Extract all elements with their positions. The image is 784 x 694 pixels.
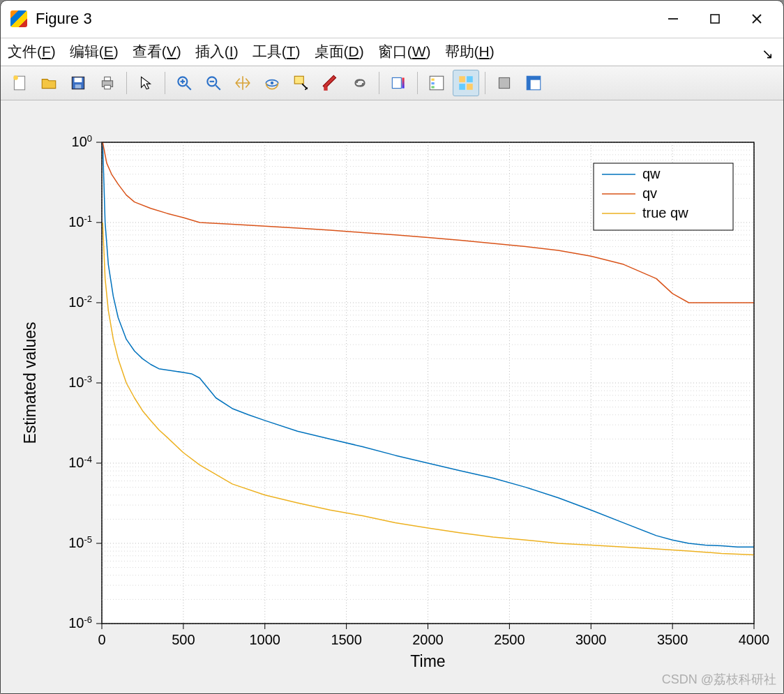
svg-rect-21 [294, 76, 303, 84]
svg-text:10-3: 10-3 [68, 374, 92, 391]
svg-point-5 [13, 75, 17, 80]
svg-rect-23 [392, 78, 401, 89]
matlab-icon [10, 10, 27, 27]
svg-text:10-2: 10-2 [68, 294, 92, 310]
new-figure-icon[interactable] [6, 70, 33, 96]
svg-text:qv: qv [642, 186, 657, 201]
save-icon[interactable] [65, 70, 91, 96]
plot-tools-icon[interactable] [453, 70, 479, 96]
insert-legend-icon[interactable] [423, 70, 450, 96]
svg-text:1000: 1000 [250, 632, 281, 647]
svg-rect-26 [431, 79, 434, 81]
svg-text:100: 100 [72, 133, 92, 150]
svg-rect-31 [459, 84, 465, 90]
pan-icon[interactable] [229, 70, 256, 96]
svg-text:true qw: true qw [642, 205, 688, 220]
svg-text:Time: Time [410, 652, 445, 670]
print-icon[interactable] [94, 70, 121, 96]
dock-icon[interactable]: ↘ [762, 45, 774, 62]
open-icon[interactable] [36, 70, 62, 96]
svg-line-13 [186, 85, 191, 90]
colorbar-icon[interactable] [385, 70, 412, 96]
title-bar[interactable]: Figure 3 [1, 1, 783, 38]
zoom-out-icon[interactable] [200, 70, 227, 96]
svg-text:2000: 2000 [412, 632, 444, 647]
menu-edit[interactable]: 编辑(E) [70, 42, 119, 61]
svg-text:Estimated values: Estimated values [21, 322, 39, 444]
menu-bar: 文件(F) 编辑(E) 查看(V) 插入(I) 工具(T) 桌面(D) 窗口(W… [1, 38, 783, 66]
svg-text:10-5: 10-5 [68, 534, 92, 551]
minimize-button[interactable] [652, 5, 694, 33]
svg-text:10-6: 10-6 [68, 614, 92, 631]
svg-text:500: 500 [172, 632, 195, 647]
svg-rect-22 [324, 87, 327, 91]
svg-text:10-1: 10-1 [68, 213, 92, 230]
menu-view[interactable]: 查看(V) [133, 42, 181, 61]
maximize-button[interactable] [694, 5, 736, 33]
svg-point-20 [271, 82, 273, 84]
svg-rect-30 [467, 76, 473, 82]
svg-rect-1 [711, 15, 719, 23]
svg-text:qw: qw [642, 166, 661, 181]
svg-text:2500: 2500 [494, 632, 525, 647]
svg-rect-7 [75, 78, 82, 83]
svg-text:3500: 3500 [657, 632, 688, 647]
figure-window: Figure 3 文件(F) 编辑(E) 查看(V) 插入(I) 工具(T) 桌… [0, 0, 784, 694]
menu-desktop[interactable]: 桌面(D) [315, 42, 364, 61]
brush-icon[interactable] [317, 70, 344, 96]
menu-file[interactable]: 文件(F) [8, 42, 56, 61]
svg-line-17 [216, 85, 220, 90]
close-button[interactable] [736, 5, 778, 33]
hide-tools-icon[interactable] [491, 70, 518, 96]
data-cursor-icon[interactable] [288, 70, 315, 96]
menu-insert[interactable]: 插入(I) [195, 42, 239, 61]
menu-window[interactable]: 窗口(W) [378, 42, 431, 61]
toolbar [1, 66, 783, 100]
svg-rect-11 [105, 85, 111, 89]
svg-rect-33 [499, 78, 509, 89]
pointer-icon[interactable] [133, 70, 159, 96]
rotate-3d-icon[interactable] [259, 70, 285, 96]
watermark: CSDN @荔枝科研社 [662, 671, 776, 688]
svg-rect-32 [467, 84, 473, 90]
link-icon[interactable] [347, 70, 373, 96]
show-plot-tools-icon[interactable] [520, 70, 547, 96]
svg-text:1500: 1500 [331, 632, 362, 647]
window-title: Figure 3 [36, 10, 92, 28]
svg-rect-28 [431, 86, 434, 89]
menu-help[interactable]: 帮助(H) [445, 42, 495, 61]
svg-rect-8 [75, 84, 82, 88]
svg-rect-29 [459, 76, 465, 82]
svg-text:4000: 4000 [739, 632, 770, 647]
zoom-in-icon[interactable] [171, 70, 197, 96]
svg-text:10-4: 10-4 [68, 454, 92, 471]
axes[interactable]: 10010-110-210-310-410-510-60500100015002… [1, 100, 784, 693]
svg-rect-27 [431, 82, 434, 84]
figure-canvas[interactable]: 10010-110-210-310-410-510-60500100015002… [1, 100, 783, 693]
menu-tools[interactable]: 工具(T) [252, 42, 301, 61]
svg-rect-10 [105, 77, 111, 81]
svg-rect-24 [402, 78, 404, 89]
svg-text:0: 0 [98, 632, 105, 647]
svg-text:3000: 3000 [575, 632, 607, 647]
svg-rect-36 [527, 76, 541, 80]
